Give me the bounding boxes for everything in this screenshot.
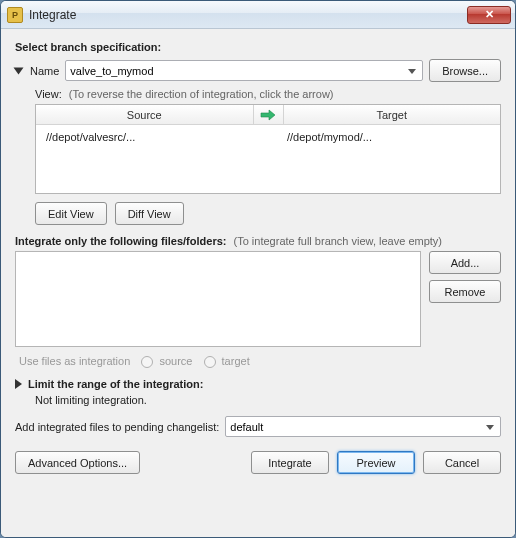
limit-heading-row: Limit the range of the integration:	[15, 378, 501, 390]
radio-source	[141, 356, 153, 368]
close-button[interactable]: ✕	[467, 6, 511, 24]
table-body: //depot/valvesrc/... //depot/mymod/...	[36, 125, 500, 193]
branch-name-combo[interactable]: valve_to_mymod	[65, 60, 423, 81]
branch-disclosure-icon[interactable]	[14, 67, 24, 74]
arrow-right-icon	[260, 109, 276, 121]
view-buttons: Edit View Diff View	[35, 202, 501, 225]
radio-target-label: target	[222, 355, 250, 367]
advanced-options-button[interactable]: Advanced Options...	[15, 451, 140, 474]
files-hint: (To integrate full branch view, leave em…	[234, 235, 443, 247]
view-row: View: (To reverse the direction of integ…	[35, 88, 501, 100]
branch-spec-heading: Select branch specification:	[15, 41, 501, 53]
integrate-button[interactable]: Integrate	[251, 451, 329, 474]
cell-arrow	[253, 129, 283, 145]
window-title: Integrate	[29, 8, 467, 22]
use-files-as-row: Use files as integration source target	[19, 355, 501, 368]
col-source[interactable]: Source	[36, 105, 254, 124]
dialog-content: Select branch specification: Name valve_…	[1, 29, 515, 537]
branch-name-row: Name valve_to_mymod Browse...	[15, 59, 501, 82]
remove-file-button[interactable]: Remove	[429, 280, 501, 303]
cell-source: //depot/valvesrc/...	[42, 129, 253, 145]
use-files-as-label: Use files as integration	[19, 355, 130, 367]
reverse-direction-button[interactable]	[254, 105, 284, 124]
diff-view-button[interactable]: Diff View	[115, 202, 184, 225]
close-icon: ✕	[485, 8, 494, 21]
limit-heading: Limit the range of the integration:	[28, 378, 203, 390]
changelist-label: Add integrated files to pending changeli…	[15, 421, 219, 433]
view-label: View:	[35, 88, 62, 100]
changelist-value: default	[230, 421, 263, 433]
branch-view-table: Source Target //depot/valvesrc/... //dep…	[35, 104, 501, 194]
table-header: Source Target	[36, 105, 500, 125]
cancel-button[interactable]: Cancel	[423, 451, 501, 474]
app-icon: P	[7, 7, 23, 23]
branch-name-value: valve_to_mymod	[70, 65, 153, 77]
radio-source-label: source	[159, 355, 192, 367]
edit-view-button[interactable]: Edit View	[35, 202, 107, 225]
integrate-dialog: P Integrate ✕ Select branch specificatio…	[0, 0, 516, 538]
col-target[interactable]: Target	[284, 105, 501, 124]
files-heading-row: Integrate only the following files/folde…	[15, 235, 501, 247]
dialog-button-row: Advanced Options... Integrate Preview Ca…	[15, 451, 501, 474]
files-heading: Integrate only the following files/folde…	[15, 235, 226, 247]
files-group: Add... Remove	[15, 251, 501, 347]
changelist-combo[interactable]: default	[225, 416, 501, 437]
files-buttons: Add... Remove	[429, 251, 501, 303]
table-row[interactable]: //depot/valvesrc/... //depot/mymod/...	[42, 129, 494, 145]
limit-status: Not limiting integration.	[35, 394, 501, 406]
files-listbox[interactable]	[15, 251, 421, 347]
add-file-button[interactable]: Add...	[429, 251, 501, 274]
limit-disclosure-icon[interactable]	[15, 379, 22, 389]
title-bar[interactable]: P Integrate ✕	[1, 1, 515, 29]
browse-button[interactable]: Browse...	[429, 59, 501, 82]
view-hint: (To reverse the direction of integration…	[69, 88, 334, 100]
changelist-row: Add integrated files to pending changeli…	[15, 416, 501, 437]
cell-target: //depot/mymod/...	[283, 129, 494, 145]
branch-name-label: Name	[30, 65, 59, 77]
preview-button[interactable]: Preview	[337, 451, 415, 474]
radio-target	[204, 356, 216, 368]
